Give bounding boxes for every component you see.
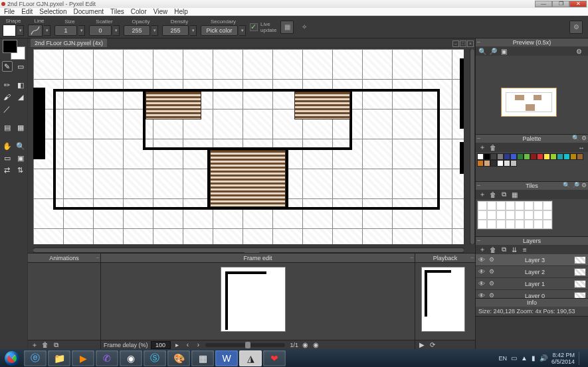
palette-color[interactable] bbox=[510, 153, 517, 160]
palette-color[interactable] bbox=[504, 160, 510, 167]
taskbar-app1-icon[interactable]: ▦ bbox=[191, 350, 214, 366]
palette-color[interactable] bbox=[490, 153, 497, 160]
frame-thumbnail[interactable] bbox=[221, 267, 286, 332]
tiles-settings-icon[interactable]: ⚙ bbox=[581, 182, 587, 188]
layer-visibility-icon[interactable]: 👁 bbox=[478, 256, 486, 264]
layer-add-icon[interactable]: ＋ bbox=[478, 246, 486, 254]
layer-settings-icon[interactable]: ⚙ bbox=[488, 268, 496, 276]
panel-min-icon[interactable]: – bbox=[471, 254, 474, 260]
palette-body[interactable] bbox=[476, 152, 588, 181]
palette-color[interactable] bbox=[530, 153, 537, 160]
fill-tool-icon[interactable]: ◢ bbox=[15, 92, 26, 102]
palette-color[interactable] bbox=[510, 160, 517, 167]
shape-swatch[interactable] bbox=[3, 25, 16, 37]
palette-color[interactable] bbox=[484, 153, 490, 160]
density-dropdown[interactable] bbox=[190, 25, 197, 36]
move-tool-icon[interactable]: ▣ bbox=[15, 153, 26, 163]
tile-slot[interactable] bbox=[506, 210, 515, 220]
menu-edit[interactable]: Edit bbox=[21, 8, 33, 15]
delete-animation-icon[interactable]: 🗑 bbox=[41, 341, 49, 349]
foreground-color[interactable] bbox=[3, 40, 17, 53]
tiles-grid-icon[interactable]: ▦ bbox=[510, 190, 518, 198]
taskbar-chrome-icon[interactable]: ◉ bbox=[120, 350, 142, 366]
palette-color[interactable] bbox=[550, 153, 557, 160]
window-close[interactable]: ✕ bbox=[569, 1, 587, 7]
tiles-dup-icon[interactable]: ⧉ bbox=[500, 190, 508, 198]
tile-slot[interactable] bbox=[515, 201, 524, 210]
tile-slot[interactable] bbox=[496, 210, 506, 220]
opacity-dropdown[interactable] bbox=[151, 25, 158, 36]
tray-clock[interactable]: 8:42 PM 6/5/2014 bbox=[551, 352, 575, 365]
tile-place-tool-icon[interactable]: ▤ bbox=[2, 122, 13, 133]
add-animation-icon[interactable]: ＋ bbox=[31, 341, 39, 349]
scatter-value[interactable]: 0 bbox=[89, 25, 112, 36]
tile-slot[interactable] bbox=[487, 201, 496, 210]
preview-body[interactable] bbox=[476, 56, 588, 134]
palette-color[interactable] bbox=[563, 153, 570, 160]
tray-volume-icon[interactable]: 🔊 bbox=[539, 354, 547, 362]
panel-collapse-icon[interactable]: – bbox=[477, 135, 480, 141]
settings-gear-icon[interactable]: ⚙ bbox=[569, 21, 583, 34]
canvas[interactable] bbox=[33, 49, 464, 244]
prev-frame-icon[interactable]: ‹ bbox=[184, 341, 192, 349]
play-icon[interactable]: ▶ bbox=[418, 341, 426, 349]
tile-slot[interactable] bbox=[543, 201, 552, 210]
eraser-tool-icon[interactable]: ◧ bbox=[15, 80, 26, 90]
menu-selection[interactable]: Selection bbox=[39, 8, 66, 15]
panel-collapse-icon[interactable]: – bbox=[477, 38, 480, 45]
taskbar-ie-icon[interactable]: ⓔ bbox=[24, 350, 47, 366]
loop-icon[interactable]: ⟳ bbox=[429, 341, 437, 349]
panel-collapse-icon[interactable]: – bbox=[477, 182, 480, 188]
start-button[interactable] bbox=[1, 350, 23, 366]
menu-color[interactable]: Color bbox=[131, 8, 147, 15]
size-dropdown[interactable] bbox=[78, 25, 85, 36]
size-value[interactable]: 1 bbox=[54, 25, 77, 36]
tile-slot[interactable] bbox=[478, 210, 487, 220]
tile-slot[interactable] bbox=[543, 210, 552, 220]
layer-options-icon[interactable]: ≡ bbox=[521, 246, 529, 254]
scatter-dropdown[interactable] bbox=[113, 25, 120, 36]
menu-document[interactable]: Document bbox=[74, 8, 104, 15]
flip-h-icon[interactable]: ⇄ bbox=[2, 165, 13, 175]
palette-color[interactable] bbox=[543, 153, 550, 160]
tile-slot[interactable] bbox=[524, 220, 534, 229]
taskbar-skype-icon[interactable]: Ⓢ bbox=[144, 350, 166, 366]
tile-slot[interactable] bbox=[496, 201, 506, 210]
flip-v-icon[interactable]: ⇅ bbox=[15, 165, 26, 175]
playback-body[interactable] bbox=[415, 263, 475, 340]
canvas-scroll-vertical[interactable] bbox=[470, 49, 475, 244]
tab-close-icon[interactable]: × bbox=[467, 40, 474, 47]
tray-flag-icon[interactable]: ▭ bbox=[511, 354, 517, 362]
tile-slot[interactable] bbox=[543, 220, 552, 229]
taskbar-unity-icon[interactable]: ◮ bbox=[239, 350, 262, 366]
palette-color[interactable] bbox=[477, 160, 484, 167]
tab-min-icon[interactable]: – bbox=[452, 40, 459, 47]
palette-settings-icon[interactable]: ⚙ bbox=[581, 135, 587, 141]
taskbar-media-icon[interactable]: ▶ bbox=[72, 350, 94, 366]
tile-slot[interactable] bbox=[534, 220, 543, 229]
pen-tool-icon[interactable]: ✏ bbox=[2, 80, 13, 90]
pick-color-button[interactable]: Pick color bbox=[201, 25, 238, 36]
tiles-body[interactable] bbox=[476, 199, 588, 236]
panel-collapse-icon[interactable]: – bbox=[477, 237, 480, 244]
line-dropdown[interactable] bbox=[44, 25, 50, 36]
layer-settings-icon[interactable]: ⚙ bbox=[488, 292, 496, 299]
frame-delay-value[interactable]: 100 bbox=[151, 341, 171, 349]
shape-dropdown[interactable] bbox=[17, 25, 24, 36]
canvas-area[interactable] bbox=[28, 48, 475, 253]
preview-fit-icon[interactable]: ▣ bbox=[500, 47, 508, 55]
brush-tool-icon[interactable]: 🖌 bbox=[2, 92, 13, 102]
window-maximize[interactable]: ❐ bbox=[552, 1, 569, 7]
palette-zoom-icon[interactable]: 🔍 bbox=[572, 135, 579, 141]
palette-color[interactable] bbox=[477, 153, 484, 160]
taskbar-viber-icon[interactable]: ✆ bbox=[96, 350, 118, 366]
tiles-delete-icon[interactable]: 🗑 bbox=[489, 190, 497, 198]
palette-color[interactable] bbox=[490, 160, 497, 167]
layer-delete-icon[interactable]: 🗑 bbox=[489, 246, 497, 254]
preview-settings-icon[interactable]: ⚙ bbox=[575, 47, 583, 55]
onion-next-icon[interactable]: ◉ bbox=[312, 341, 320, 349]
tile-slot[interactable] bbox=[506, 201, 515, 210]
density-value[interactable]: 255 bbox=[162, 25, 189, 36]
layer-visibility-icon[interactable]: 👁 bbox=[478, 280, 486, 288]
taskbar-explorer-icon[interactable]: 📁 bbox=[48, 350, 70, 366]
